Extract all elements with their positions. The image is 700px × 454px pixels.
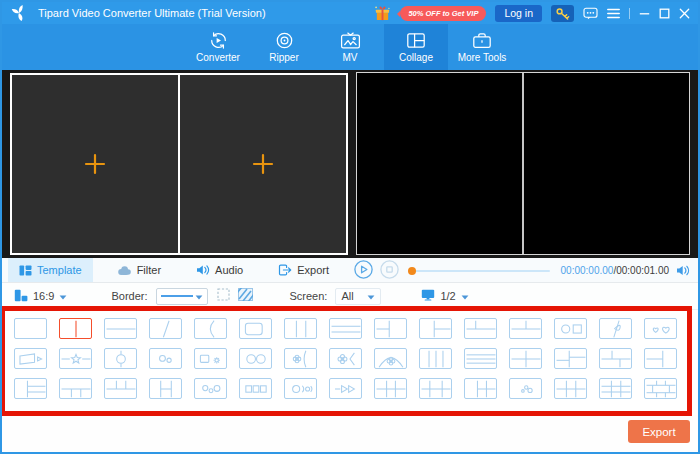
- ripper-icon: [275, 32, 294, 49]
- template-four-rows[interactable]: [464, 348, 497, 369]
- template-flower-angle[interactable]: [329, 348, 362, 369]
- panel-tab-export[interactable]: Export: [267, 258, 340, 282]
- template-single[interactable]: [14, 318, 47, 339]
- template-circle-square[interactable]: [554, 318, 587, 339]
- template-two-hearts[interactable]: [644, 318, 677, 339]
- template-grid-2x2[interactable]: [509, 348, 542, 369]
- template-top-three-bottom-full[interactable]: [104, 378, 137, 399]
- nav-tab-ripper[interactable]: Ripper: [252, 24, 316, 70]
- template-three-cols[interactable]: [284, 318, 317, 339]
- toolbar: 16:9 Border: Screen: All 1/2: [2, 283, 698, 310]
- progress-slider[interactable]: [408, 266, 550, 276]
- vip-promo-badge[interactable]: 50% OFF to Get VIP: [400, 6, 486, 21]
- key-icon: [555, 7, 570, 20]
- template-skew-arrow[interactable]: [14, 348, 47, 369]
- template-grid-step[interactable]: [599, 348, 632, 369]
- hatch-border-toggle[interactable]: [238, 288, 253, 304]
- nav-tab-label: Collage: [399, 52, 433, 63]
- nav-tab-label: MV: [343, 52, 358, 63]
- app-logo-icon: [10, 4, 28, 22]
- message-icon[interactable]: [583, 7, 598, 20]
- template-clover-curve[interactable]: [284, 348, 317, 369]
- template-star-banner[interactable]: [59, 348, 92, 369]
- collage-cell[interactable]: [180, 75, 346, 253]
- panel-tab-audio[interactable]: Audio: [185, 258, 254, 282]
- display-page-select[interactable]: 1/2: [421, 289, 468, 303]
- screen-select[interactable]: All: [335, 288, 381, 305]
- chevron-down-icon: [461, 290, 469, 302]
- panel-tab-label: Template: [37, 264, 82, 276]
- nav-tab-mv[interactable]: MV: [318, 24, 382, 70]
- template-left-split[interactable]: [374, 318, 407, 339]
- nav-tab-label: More Tools: [458, 52, 507, 63]
- panel-tab-template[interactable]: Template: [8, 258, 93, 282]
- play-button[interactable]: [354, 261, 373, 280]
- template-flag-gear[interactable]: [194, 348, 227, 369]
- template-top-center-split[interactable]: [509, 318, 542, 339]
- template-left-col-right-rows[interactable]: [14, 378, 47, 399]
- template-three-cols-mid-split[interactable]: [149, 378, 182, 399]
- template-curve[interactable]: [194, 318, 227, 339]
- chevron-down-icon: [195, 290, 203, 302]
- template-left-rows-right-col[interactable]: [644, 348, 677, 369]
- progress-handle[interactable]: [408, 267, 416, 275]
- template-circle-arcs[interactable]: [284, 378, 317, 399]
- time-total: 00:00:01.00: [616, 265, 669, 276]
- dashed-border-toggle[interactable]: [217, 288, 230, 304]
- template-ribbon-swirl[interactable]: [599, 318, 632, 339]
- aspect-ratio-value: 16:9: [33, 290, 54, 302]
- border-style-select[interactable]: [156, 288, 208, 305]
- template-three-rows[interactable]: [329, 318, 362, 339]
- hatch-icon: [238, 288, 253, 304]
- template-grid-3x2[interactable]: [554, 378, 587, 399]
- collage-canvas: [10, 73, 348, 255]
- template-top-full-bottom-three[interactable]: [59, 378, 92, 399]
- template-grid-3x2-narrow[interactable]: [374, 378, 407, 399]
- template-three-squares[interactable]: [239, 378, 272, 399]
- screen-label: Screen:: [290, 290, 328, 302]
- template-two-triangles[interactable]: [329, 378, 362, 399]
- template-diagonal[interactable]: [149, 318, 182, 339]
- template-grid-right-split[interactable]: [554, 348, 587, 369]
- template-arch-flower[interactable]: [374, 348, 407, 369]
- template-bubbles[interactable]: [509, 378, 542, 399]
- login-button[interactable]: Log in: [495, 5, 542, 22]
- close-button[interactable]: [679, 8, 690, 19]
- template-two-rows[interactable]: [104, 318, 137, 339]
- menu-icon[interactable]: [607, 8, 620, 19]
- template-left-col-grid[interactable]: [464, 378, 497, 399]
- template-inset-frame[interactable]: [239, 318, 272, 339]
- window-title: Tipard Video Converter Ultimate (Trial V…: [38, 7, 266, 19]
- template-four-cols[interactable]: [419, 348, 452, 369]
- aspect-ratio-select[interactable]: 16:9: [14, 289, 67, 304]
- border-label: Border:: [111, 290, 147, 302]
- volume-button[interactable]: [676, 264, 692, 277]
- panel-tab-label: Export: [297, 264, 329, 276]
- template-right-split[interactable]: [419, 318, 452, 339]
- template-top-left-split[interactable]: [464, 318, 497, 339]
- template-two-circles[interactable]: [239, 348, 272, 369]
- gift-icon[interactable]: [374, 5, 391, 22]
- nav-tab-collage[interactable]: Collage: [384, 24, 448, 70]
- chevron-down-icon: [367, 290, 375, 302]
- maximize-button[interactable]: [659, 8, 670, 19]
- template-three-circles[interactable]: [194, 378, 227, 399]
- template-two-cols[interactable]: [59, 318, 92, 339]
- template-grid-3x2-wide[interactable]: [419, 378, 452, 399]
- minimize-button[interactable]: [639, 8, 650, 19]
- export-icon: [278, 264, 292, 276]
- nav-tab-more-tools[interactable]: More Tools: [450, 24, 514, 70]
- panel-tab-filter[interactable]: Filter: [106, 258, 172, 282]
- filter-icon: [117, 265, 132, 276]
- register-key-button[interactable]: [551, 5, 574, 22]
- template-grid-3x3[interactable]: [599, 378, 632, 399]
- nav-tab-converter[interactable]: Converter: [186, 24, 250, 70]
- collage-cell[interactable]: [12, 75, 178, 253]
- template-two-dots[interactable]: [149, 348, 182, 369]
- panel-tabs: TemplateFilterAudioExport: [2, 258, 340, 282]
- template-grid-complex[interactable]: [644, 378, 677, 399]
- app-window: Tipard Video Converter Ultimate (Trial V…: [0, 0, 700, 454]
- template-circle-pole[interactable]: [104, 348, 137, 369]
- export-button[interactable]: Export: [628, 420, 690, 443]
- stop-button[interactable]: [380, 261, 399, 280]
